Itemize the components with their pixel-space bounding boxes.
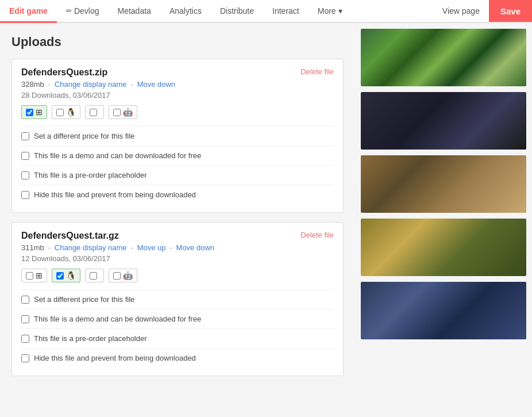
platform-android-1[interactable]: 🤖 bbox=[109, 105, 137, 119]
delete-file-1-link[interactable]: Delete file bbox=[300, 67, 334, 76]
option-price-1-checkbox[interactable] bbox=[21, 132, 29, 140]
platform-row-1: ⊞ 🐧 🤖 bbox=[21, 105, 334, 119]
tab-analytics[interactable]: Analytics bbox=[160, 0, 211, 23]
screenshot-4[interactable] bbox=[361, 219, 526, 276]
option-preorder-1-checkbox[interactable] bbox=[21, 171, 29, 179]
platform-android-1-checkbox[interactable] bbox=[113, 109, 121, 116]
page-title: Uploads bbox=[11, 35, 344, 49]
linux-icon: 🐧 bbox=[66, 108, 76, 117]
platform-mac-2-checkbox[interactable] bbox=[90, 272, 97, 280]
platform-mac-2[interactable] bbox=[85, 269, 104, 282]
option-hide-1-label: Hide this file and prevent from being do… bbox=[34, 190, 196, 199]
tab-interact[interactable]: Interact bbox=[263, 0, 309, 23]
tab-metadata[interactable]: Metadata bbox=[109, 0, 160, 23]
view-page-label: View page bbox=[442, 6, 480, 16]
save-button[interactable]: Save bbox=[489, 0, 532, 22]
windows-icon: ⊞ bbox=[36, 108, 43, 117]
option-price-1-label: Set a different price for this file bbox=[34, 132, 134, 140]
more-label: More bbox=[318, 6, 336, 16]
platform-android-2[interactable]: 🤖 bbox=[109, 269, 137, 282]
view-page-link[interactable]: View page bbox=[433, 0, 489, 22]
file-header-1: DefendersQuest.zip Delete file bbox=[21, 67, 334, 78]
move-down-1-link[interactable]: Move down bbox=[137, 80, 175, 89]
file-meta-1: 328mb · Change display name · Move down bbox=[21, 80, 334, 89]
tab-edit-game-label: Edit game bbox=[9, 6, 48, 16]
option-price-2-label: Set a different price for this file bbox=[34, 295, 134, 304]
platform-mac-1[interactable] bbox=[85, 105, 104, 119]
platform-windows-2-checkbox[interactable] bbox=[26, 272, 33, 280]
change-display-name-2-link[interactable]: Change display name bbox=[55, 243, 127, 252]
linux-icon-2: 🐧 bbox=[66, 271, 76, 280]
file-name-2: DefendersQuest.tar.gz bbox=[21, 231, 119, 241]
pencil-icon: ✏ bbox=[66, 7, 72, 15]
platform-windows-1-checkbox[interactable] bbox=[26, 109, 33, 116]
option-demo-1-label: This file is a demo and can be downloade… bbox=[34, 151, 201, 160]
option-price-2-checkbox[interactable] bbox=[21, 296, 29, 304]
tab-analytics-label: Analytics bbox=[169, 6, 202, 16]
change-display-name-1-link[interactable]: Change display name bbox=[55, 80, 127, 89]
chevron-down-icon: ▾ bbox=[338, 6, 342, 16]
screenshot-3[interactable] bbox=[361, 155, 526, 213]
more-menu[interactable]: More ▾ bbox=[309, 0, 352, 22]
file-name-1: DefendersQuest.zip bbox=[21, 67, 107, 78]
tab-interact-label: Interact bbox=[272, 6, 299, 16]
screenshot-2[interactable] bbox=[361, 92, 526, 150]
file-downloads-1: 28 Downloads, 03/06/2017 bbox=[21, 91, 334, 100]
tab-devlog-label: Devlog bbox=[74, 6, 99, 16]
file-card-2: DefendersQuest.tar.gz Delete file 311mb … bbox=[11, 222, 344, 376]
file-downloads-2: 12 Downloads, 03/06/2017 bbox=[21, 254, 334, 263]
windows-icon-2: ⊞ bbox=[36, 271, 43, 280]
file-size-1: 328mb bbox=[21, 80, 44, 89]
platform-linux-1[interactable]: 🐧 bbox=[52, 105, 80, 119]
file-size-2: 311mb bbox=[21, 243, 44, 252]
move-up-2-link[interactable]: Move up bbox=[137, 243, 166, 252]
option-hide-2: Hide this file and prevent from being do… bbox=[21, 348, 334, 368]
tab-devlog[interactable]: ✏ Devlog bbox=[57, 0, 109, 23]
top-navigation: Edit game ✏ Devlog Metadata Analytics Di… bbox=[0, 0, 532, 23]
file-meta-2: 311mb · Change display name · Move up · … bbox=[21, 243, 334, 252]
option-price-2: Set a different price for this file bbox=[21, 289, 334, 309]
option-preorder-2-label: This file is a pre-order placeholder bbox=[34, 334, 147, 343]
option-demo-1-checkbox[interactable] bbox=[21, 152, 29, 160]
tab-distribute-label: Distribute bbox=[220, 6, 254, 16]
tab-metadata-label: Metadata bbox=[118, 6, 151, 16]
tab-edit-game[interactable]: Edit game bbox=[0, 0, 57, 23]
platform-windows-1[interactable]: ⊞ bbox=[21, 105, 47, 119]
file-header-2: DefendersQuest.tar.gz Delete file bbox=[21, 231, 334, 241]
option-hide-2-checkbox[interactable] bbox=[21, 354, 29, 362]
screenshot-5[interactable] bbox=[361, 282, 526, 339]
move-down-2-link[interactable]: Move down bbox=[176, 243, 214, 252]
screenshot-1[interactable] bbox=[361, 29, 526, 86]
left-panel: Uploads DefendersQuest.zip Delete file 3… bbox=[0, 23, 355, 397]
option-demo-1: This file is a demo and can be downloade… bbox=[21, 146, 334, 165]
option-preorder-2: This file is a pre-order placeholder bbox=[21, 328, 334, 348]
option-demo-2-label: This file is a demo and can be downloade… bbox=[34, 315, 201, 323]
platform-mac-1-checkbox[interactable] bbox=[90, 109, 97, 116]
main-layout: Uploads DefendersQuest.zip Delete file 3… bbox=[0, 23, 532, 397]
platform-linux-1-checkbox[interactable] bbox=[56, 109, 64, 116]
option-price-1: Set a different price for this file bbox=[21, 126, 334, 146]
file-card-1: DefendersQuest.zip Delete file 328mb · C… bbox=[11, 59, 344, 213]
option-preorder-2-checkbox[interactable] bbox=[21, 335, 29, 343]
platform-linux-2-checkbox[interactable] bbox=[56, 272, 64, 280]
android-icon: 🤖 bbox=[123, 108, 133, 117]
option-hide-2-label: Hide this file and prevent from being do… bbox=[34, 354, 196, 362]
delete-file-2-link[interactable]: Delete file bbox=[300, 231, 334, 239]
option-demo-2-checkbox[interactable] bbox=[21, 315, 29, 323]
save-label: Save bbox=[500, 6, 521, 16]
platform-linux-2[interactable]: 🐧 bbox=[52, 269, 80, 282]
option-demo-2: This file is a demo and can be downloade… bbox=[21, 309, 334, 328]
right-panel bbox=[355, 23, 532, 397]
option-preorder-1-label: This file is a pre-order placeholder bbox=[34, 171, 147, 179]
android-icon-2: 🤖 bbox=[123, 271, 133, 280]
option-hide-1-checkbox[interactable] bbox=[21, 191, 29, 199]
platform-row-2: ⊞ 🐧 🤖 bbox=[21, 269, 334, 282]
tab-distribute[interactable]: Distribute bbox=[211, 0, 263, 23]
platform-android-2-checkbox[interactable] bbox=[113, 272, 121, 280]
option-hide-1: Hide this file and prevent from being do… bbox=[21, 185, 334, 204]
platform-windows-2[interactable]: ⊞ bbox=[21, 269, 47, 282]
option-preorder-1: This file is a pre-order placeholder bbox=[21, 165, 334, 185]
